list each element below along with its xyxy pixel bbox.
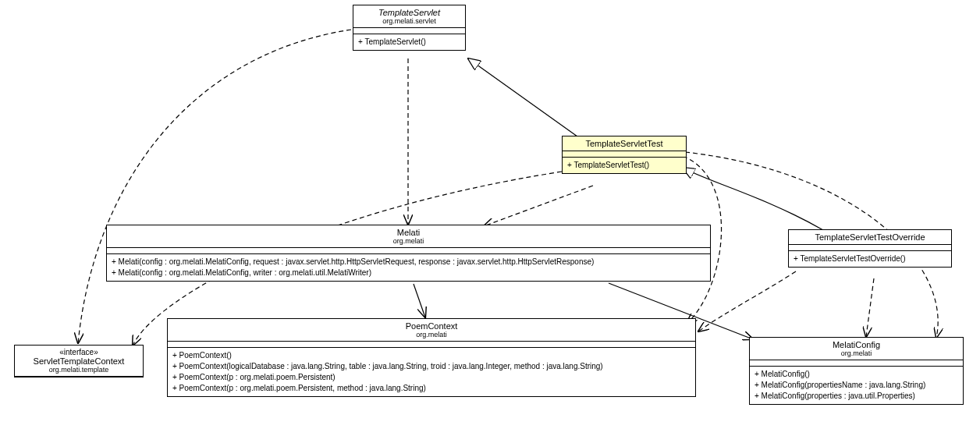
class-title: PoemContext <box>172 321 691 331</box>
op: + PoemContext(p : org.melati.poem.Persis… <box>172 372 691 383</box>
class-templateservlettestoverride: TemplateServletTestOverride + TemplateSe… <box>788 229 952 268</box>
op: + Melati(config : org.melati.MelatiConfi… <box>112 257 705 268</box>
edge-tsto-to-tst <box>683 168 823 230</box>
class-title: TemplateServlet <box>358 8 460 17</box>
class-title: TemplateServletTest <box>567 139 681 148</box>
class-melati: Melati org.melati + Melati(config : org.… <box>106 225 711 282</box>
class-package: org.melati.template <box>20 366 138 374</box>
class-title: TemplateServletTestOverride <box>794 232 946 242</box>
op: + PoemContext() <box>172 350 691 361</box>
edge-tsto-to-poem <box>698 271 796 331</box>
class-servlettemplatecontext: «interface» ServletTemplateContext org.m… <box>14 345 144 377</box>
op: + PoemContext(p : org.melati.poem.Persis… <box>172 383 691 394</box>
class-title: MelatiConfig <box>755 340 958 349</box>
op: + TemplateServlet() <box>358 37 460 48</box>
class-package: org.melati <box>112 237 705 245</box>
op: + MelatiConfig(propertiesName : java.lan… <box>755 380 958 391</box>
edge-tsto-to-mc <box>866 278 874 337</box>
class-melaticonfig: MelatiConfig org.melati + MelatiConfig()… <box>749 337 964 405</box>
edge-melati-to-poem <box>414 284 425 317</box>
op: + Melati(config : org.melati.MelatiConfi… <box>112 268 705 278</box>
class-title: Melati <box>112 228 705 237</box>
class-package: org.melati.servlet <box>358 17 460 25</box>
class-package: org.melati <box>755 349 958 357</box>
class-templateservlettest: TemplateServletTest + TemplateServletTes… <box>562 136 687 174</box>
op: + TemplateServletTestOverride() <box>794 253 946 264</box>
op: + PoemContext(logicalDatabase : java.lan… <box>172 361 691 372</box>
edge-tst-to-ts <box>468 58 577 136</box>
class-poemcontext: PoemContext org.melati + PoemContext() +… <box>167 318 696 397</box>
op: + MelatiConfig(properties : java.util.Pr… <box>755 391 958 402</box>
class-stereotype: «interface» <box>20 348 138 356</box>
op: + TemplateServletTest() <box>567 160 681 171</box>
class-templateservlet: TemplateServlet org.melati.servlet + Tem… <box>353 5 466 51</box>
op: + MelatiConfig() <box>755 369 958 380</box>
edge-ts-to-stc <box>78 30 351 343</box>
class-title: ServletTemplateContext <box>20 356 138 366</box>
edge-tst-to-melati <box>484 186 593 226</box>
class-package: org.melati <box>172 331 691 338</box>
